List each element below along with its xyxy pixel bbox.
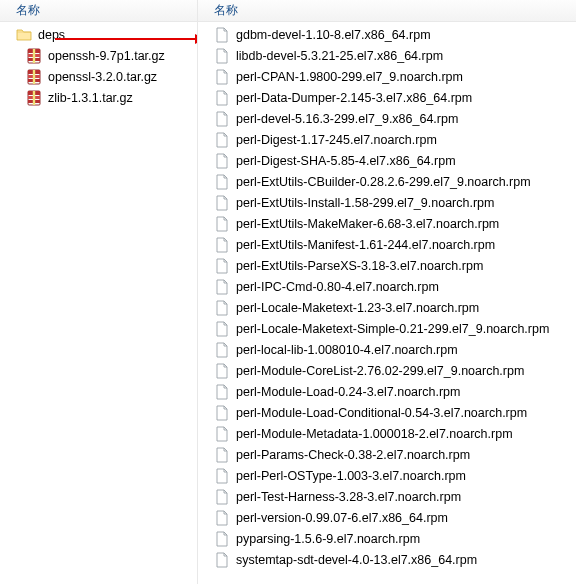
file-name: perl-ExtUtils-Install-1.58-299.el7_9.noa… [236,196,494,210]
file-name: openssh-9.7p1.tar.gz [48,49,165,63]
file-name: perl-ExtUtils-MakeMaker-6.68-3.el7.noarc… [236,217,499,231]
list-item[interactable]: gdbm-devel-1.10-8.el7.x86_64.rpm [198,24,576,45]
list-item[interactable]: openssh-9.7p1.tar.gz [0,45,197,66]
file-icon [214,69,230,85]
file-name: perl-ExtUtils-ParseXS-3.18-3.el7.noarch.… [236,259,483,273]
file-name: perl-devel-5.16.3-299.el7_9.x86_64.rpm [236,112,458,126]
file-icon [214,132,230,148]
file-name: perl-Module-Load-Conditional-0.54-3.el7.… [236,406,527,420]
list-item[interactable]: openssl-3.2.0.tar.gz [0,66,197,87]
file-name: perl-Digest-SHA-5.85-4.el7.x86_64.rpm [236,154,456,168]
file-name: perl-Perl-OSType-1.003-3.el7.noarch.rpm [236,469,466,483]
list-item[interactable]: perl-Module-Load-0.24-3.el7.noarch.rpm [198,381,576,402]
file-icon [214,510,230,526]
list-item[interactable]: perl-Locale-Maketext-1.23-3.el7.noarch.r… [198,297,576,318]
file-icon [214,216,230,232]
file-icon [214,90,230,106]
file-name: perl-Test-Harness-3.28-3.el7.noarch.rpm [236,490,461,504]
file-icon [214,531,230,547]
file-name: perl-version-0.99.07-6.el7.x86_64.rpm [236,511,448,525]
file-icon [214,489,230,505]
file-icon [214,153,230,169]
list-item[interactable]: perl-ExtUtils-Manifest-1.61-244.el7.noar… [198,234,576,255]
red-arrow-annotation [55,38,195,40]
left-header[interactable]: 名称 [0,0,197,22]
file-icon [214,174,230,190]
file-name: perl-Digest-1.17-245.el7.noarch.rpm [236,133,437,147]
list-item[interactable]: perl-IPC-Cmd-0.80-4.el7.noarch.rpm [198,276,576,297]
file-icon [214,363,230,379]
file-name: perl-Data-Dumper-2.145-3.el7.x86_64.rpm [236,91,472,105]
list-item[interactable]: perl-Perl-OSType-1.003-3.el7.noarch.rpm [198,465,576,486]
list-item[interactable]: perl-Digest-SHA-5.85-4.el7.x86_64.rpm [198,150,576,171]
file-name: systemtap-sdt-devel-4.0-13.el7.x86_64.rp… [236,553,477,567]
list-item[interactable]: perl-devel-5.16.3-299.el7_9.x86_64.rpm [198,108,576,129]
file-icon [214,237,230,253]
archive-icon [26,90,42,106]
file-name: perl-CPAN-1.9800-299.el7_9.noarch.rpm [236,70,463,84]
file-icon [214,426,230,442]
file-name: perl-IPC-Cmd-0.80-4.el7.noarch.rpm [236,280,439,294]
archive-icon [26,48,42,64]
list-item[interactable]: perl-Module-Metadata-1.000018-2.el7.noar… [198,423,576,444]
list-item[interactable]: perl-Locale-Maketext-Simple-0.21-299.el7… [198,318,576,339]
file-icon [214,342,230,358]
file-name: gdbm-devel-1.10-8.el7.x86_64.rpm [236,28,431,42]
file-name: libdb-devel-5.3.21-25.el7.x86_64.rpm [236,49,443,63]
list-item[interactable]: perl-ExtUtils-Install-1.58-299.el7_9.noa… [198,192,576,213]
list-item[interactable]: perl-version-0.99.07-6.el7.x86_64.rpm [198,507,576,528]
list-item[interactable]: pyparsing-1.5.6-9.el7.noarch.rpm [198,528,576,549]
svg-rect-9 [33,70,35,84]
file-icon [214,27,230,43]
list-item[interactable]: perl-Module-CoreList-2.76.02-299.el7_9.n… [198,360,576,381]
archive-icon [26,69,42,85]
list-item[interactable]: perl-Module-Load-Conditional-0.54-3.el7.… [198,402,576,423]
file-name: zlib-1.3.1.tar.gz [48,91,133,105]
right-file-list: gdbm-devel-1.10-8.el7.x86_64.rpmlibdb-de… [198,22,576,570]
list-item[interactable]: perl-Digest-1.17-245.el7.noarch.rpm [198,129,576,150]
file-name: perl-Module-Load-0.24-3.el7.noarch.rpm [236,385,460,399]
file-name: perl-local-lib-1.008010-4.el7.noarch.rpm [236,343,458,357]
file-icon [214,279,230,295]
list-item[interactable]: perl-Params-Check-0.38-2.el7.noarch.rpm [198,444,576,465]
file-name: perl-Module-CoreList-2.76.02-299.el7_9.n… [236,364,524,378]
list-item[interactable]: systemtap-sdt-devel-4.0-13.el7.x86_64.rp… [198,549,576,570]
list-item[interactable]: perl-local-lib-1.008010-4.el7.noarch.rpm [198,339,576,360]
file-icon [214,111,230,127]
list-item[interactable]: libdb-devel-5.3.21-25.el7.x86_64.rpm [198,45,576,66]
file-icon [214,405,230,421]
file-icon [214,258,230,274]
list-item[interactable]: perl-Test-Harness-3.28-3.el7.noarch.rpm [198,486,576,507]
list-item[interactable]: deps [0,24,197,45]
svg-rect-4 [33,49,35,63]
svg-rect-14 [33,91,35,105]
file-name: perl-Locale-Maketext-Simple-0.21-299.el7… [236,322,549,336]
file-name: perl-ExtUtils-CBuilder-0.28.2.6-299.el7_… [236,175,531,189]
file-icon [214,447,230,463]
list-item[interactable]: perl-CPAN-1.9800-299.el7_9.noarch.rpm [198,66,576,87]
file-icon [214,552,230,568]
file-name: perl-Locale-Maketext-1.23-3.el7.noarch.r… [236,301,479,315]
file-name: openssl-3.2.0.tar.gz [48,70,157,84]
right-panel: 名称 gdbm-devel-1.10-8.el7.x86_64.rpmlibdb… [198,0,576,584]
list-item[interactable]: zlib-1.3.1.tar.gz [0,87,197,108]
right-header-label: 名称 [214,2,238,19]
list-item[interactable]: perl-Data-Dumper-2.145-3.el7.x86_64.rpm [198,87,576,108]
file-name: perl-Module-Metadata-1.000018-2.el7.noar… [236,427,513,441]
file-name: perl-ExtUtils-Manifest-1.61-244.el7.noar… [236,238,495,252]
list-item[interactable]: perl-ExtUtils-CBuilder-0.28.2.6-299.el7_… [198,171,576,192]
file-icon [214,384,230,400]
list-item[interactable]: perl-ExtUtils-MakeMaker-6.68-3.el7.noarc… [198,213,576,234]
file-icon [214,48,230,64]
left-panel: 名称 depsopenssh-9.7p1.tar.gzopenssl-3.2.0… [0,0,198,584]
folder-icon [16,27,32,43]
left-file-list: depsopenssh-9.7p1.tar.gzopenssl-3.2.0.ta… [0,22,197,108]
right-header[interactable]: 名称 [198,0,576,22]
list-item[interactable]: perl-ExtUtils-ParseXS-3.18-3.el7.noarch.… [198,255,576,276]
file-name: perl-Params-Check-0.38-2.el7.noarch.rpm [236,448,470,462]
file-icon [214,300,230,316]
file-icon [214,468,230,484]
file-icon [214,195,230,211]
left-header-label: 名称 [16,2,40,19]
file-name: pyparsing-1.5.6-9.el7.noarch.rpm [236,532,420,546]
